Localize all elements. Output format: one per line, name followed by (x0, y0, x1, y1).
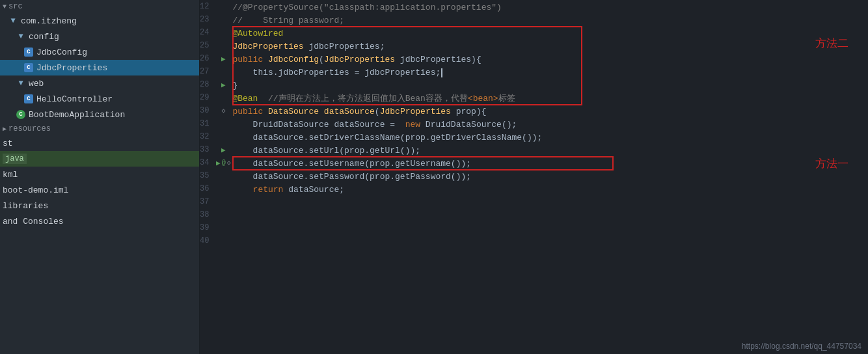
sidebar-item-label: com.itzheng (21, 16, 77, 26)
class-icon: C (23, 94, 34, 104)
code-line-33: @Bean //声明在方法上，将方法返回值加入Bean容器，代替 <bean> … (232, 92, 868, 105)
code-line-28: public JdbcConfig ( JdbcProperties jdbcP… (232, 53, 868, 66)
gutter-col: ▶ ▶ ◇ ▶ ▶ @ ◇ (214, 0, 232, 354)
gutter-arrow2-icon: ▶ (214, 78, 232, 91)
code-line-40: return dataSource; (232, 184, 868, 197)
gutter-arrow4-icon: ▶ @ ◇ (214, 156, 232, 169)
sidebar-item-label: kml (3, 170, 18, 180)
folder-icon: ▼ (8, 16, 18, 26)
sidebar-item-com-itzheng[interactable]: ▼ com.itzheng (0, 13, 199, 29)
class-icon: C (23, 47, 34, 57)
sidebar-item-label: BootDemoApplication (29, 110, 125, 120)
sidebar-item-HelloController[interactable]: C HelloController (0, 91, 199, 107)
code-content[interactable]: 方法二 方法一 //@PropertySource("classpath:app… (232, 0, 868, 354)
sidebar-item-label: st (3, 139, 13, 148)
code-line-37: dataSource.setUrl(prop.getUrl()); (232, 144, 868, 157)
sidebar-item-BootDemoApplication[interactable]: C BootDemoApplication (0, 107, 199, 122)
sidebar-item-libraries[interactable]: libraries (0, 198, 199, 213)
expand-icon: ▼ (3, 3, 7, 10)
code-line-36: dataSource.setDriverClassName(prop.getDr… (232, 131, 868, 144)
code-line-12: //@PropertySource("classpath:application… (232, 1, 868, 14)
src-section: ▼ src (0, 0, 199, 13)
sidebar-item-label: config (29, 32, 59, 42)
expand-icon: ▶ (3, 125, 7, 133)
sidebar-item-label: boot-demo.iml (3, 185, 68, 195)
sidebar-item-JdbcConfig[interactable]: C JdbcConfig (0, 44, 199, 60)
sidebar-item-label: JdbcProperties (36, 63, 107, 73)
folder-icon: ▼ (16, 78, 26, 88)
resources-section: ▶ resources (0, 122, 199, 135)
sidebar-item-label: and Consoles (3, 217, 64, 226)
code-line-29: this.jdbcProperties = jdbcProperties; (232, 66, 868, 79)
watermark-text: https://blog.csdn.net/qq_44757034 (742, 342, 861, 351)
line-numbers: 12 23 24 25 26 27 28 29 30 31 32 33 34 3… (200, 0, 214, 354)
text-cursor (441, 68, 442, 77)
code-line-39: dataSource.setPassword(prop.getPassword(… (232, 170, 868, 184)
sidebar-item-label: java (3, 154, 27, 164)
folder-icon: ▼ (16, 31, 26, 42)
sidebar-item-web[interactable]: ▼ web (0, 75, 199, 91)
sidebar-item-config[interactable]: ▼ config (0, 29, 199, 44)
sidebar-item-label: libraries (3, 201, 48, 211)
code-line-34: public DataSource dataSource ( JdbcPrope… (232, 105, 868, 118)
sidebar-item-JdbcProperties[interactable]: C JdbcProperties (0, 60, 199, 75)
code-line-35: DruidDataSource dataSource = new DruidDa… (232, 118, 868, 131)
editor-content: 12 23 24 25 26 27 28 29 30 31 32 33 34 3… (200, 0, 868, 354)
sidebar-item-boot-demo-iml[interactable]: boot-demo.iml (0, 182, 199, 198)
method1-label: 方法一 (815, 156, 848, 171)
sidebar-item-label: JdbcConfig (36, 48, 87, 57)
method2-label: 方法二 (815, 36, 848, 51)
gutter-triangle-icon: ◇ (214, 104, 232, 117)
file-tree: ▼ src ▼ com.itzheng ▼ config C JdbcConfi… (0, 0, 200, 354)
class-icon: C (23, 62, 34, 73)
sidebar-item-kml[interactable]: kml (0, 167, 199, 182)
code-line-26: JdbcProperties jdbcProperties; (232, 40, 868, 53)
sidebar-item-java[interactable]: java (0, 151, 199, 167)
sidebar-item-st[interactable]: st (0, 135, 199, 151)
gutter-arrow3-icon: ▶ (214, 143, 232, 156)
code-editor: 12 23 24 25 26 27 28 29 30 31 32 33 34 3… (200, 0, 868, 354)
code-line-38: dataSource.setUsername(prop.getUsername(… (232, 157, 868, 170)
resources-label: resources (8, 124, 51, 133)
class-green-icon: C (16, 109, 26, 120)
code-line-30: } (232, 79, 868, 92)
sidebar-item-label: web (29, 79, 44, 88)
gutter-arrow-icon: ▶ (214, 52, 232, 65)
src-label: src (8, 2, 23, 11)
sidebar-item-and-consoles[interactable]: and Consoles (0, 213, 199, 229)
code-line-25: @Autowired (232, 27, 868, 40)
sidebar-item-label: HelloController (36, 94, 113, 104)
code-line-23: // String password; (232, 14, 868, 27)
